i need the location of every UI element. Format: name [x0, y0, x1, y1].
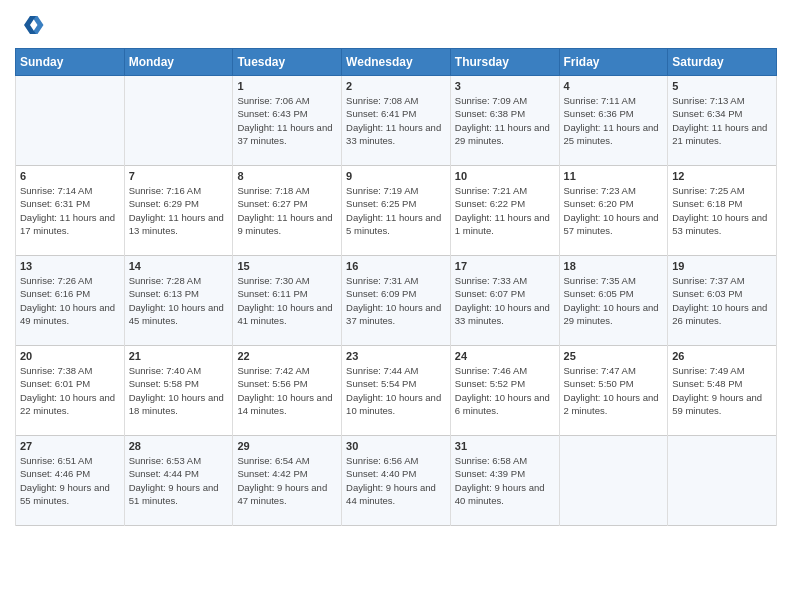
day-number: 26	[672, 350, 772, 362]
day-number: 28	[129, 440, 229, 452]
day-number: 21	[129, 350, 229, 362]
day-cell: 12Sunrise: 7:25 AMSunset: 6:18 PMDayligh…	[668, 166, 777, 256]
day-info: Sunrise: 7:08 AMSunset: 6:41 PMDaylight:…	[346, 94, 446, 147]
header-cell-tuesday: Tuesday	[233, 49, 342, 76]
day-info: Sunrise: 7:06 AMSunset: 6:43 PMDaylight:…	[237, 94, 337, 147]
day-cell: 30Sunrise: 6:56 AMSunset: 4:40 PMDayligh…	[342, 436, 451, 526]
day-cell: 7Sunrise: 7:16 AMSunset: 6:29 PMDaylight…	[124, 166, 233, 256]
header-cell-monday: Monday	[124, 49, 233, 76]
day-number: 16	[346, 260, 446, 272]
day-cell: 29Sunrise: 6:54 AMSunset: 4:42 PMDayligh…	[233, 436, 342, 526]
day-info: Sunrise: 6:53 AMSunset: 4:44 PMDaylight:…	[129, 454, 229, 507]
day-number: 17	[455, 260, 555, 272]
day-info: Sunrise: 7:40 AMSunset: 5:58 PMDaylight:…	[129, 364, 229, 417]
day-number: 20	[20, 350, 120, 362]
day-number: 31	[455, 440, 555, 452]
day-cell: 8Sunrise: 7:18 AMSunset: 6:27 PMDaylight…	[233, 166, 342, 256]
header-cell-saturday: Saturday	[668, 49, 777, 76]
day-cell: 25Sunrise: 7:47 AMSunset: 5:50 PMDayligh…	[559, 346, 668, 436]
calendar-header: SundayMondayTuesdayWednesdayThursdayFrid…	[16, 49, 777, 76]
week-row-4: 20Sunrise: 7:38 AMSunset: 6:01 PMDayligh…	[16, 346, 777, 436]
header-cell-thursday: Thursday	[450, 49, 559, 76]
logo	[15, 10, 47, 40]
day-info: Sunrise: 7:13 AMSunset: 6:34 PMDaylight:…	[672, 94, 772, 147]
day-number: 6	[20, 170, 120, 182]
day-info: Sunrise: 7:46 AMSunset: 5:52 PMDaylight:…	[455, 364, 555, 417]
day-cell: 2Sunrise: 7:08 AMSunset: 6:41 PMDaylight…	[342, 76, 451, 166]
day-cell: 23Sunrise: 7:44 AMSunset: 5:54 PMDayligh…	[342, 346, 451, 436]
day-number: 4	[564, 80, 664, 92]
day-number: 10	[455, 170, 555, 182]
day-info: Sunrise: 6:58 AMSunset: 4:39 PMDaylight:…	[455, 454, 555, 507]
day-info: Sunrise: 7:16 AMSunset: 6:29 PMDaylight:…	[129, 184, 229, 237]
day-info: Sunrise: 7:09 AMSunset: 6:38 PMDaylight:…	[455, 94, 555, 147]
day-number: 15	[237, 260, 337, 272]
day-info: Sunrise: 7:35 AMSunset: 6:05 PMDaylight:…	[564, 274, 664, 327]
day-info: Sunrise: 7:33 AMSunset: 6:07 PMDaylight:…	[455, 274, 555, 327]
day-info: Sunrise: 7:30 AMSunset: 6:11 PMDaylight:…	[237, 274, 337, 327]
day-cell: 18Sunrise: 7:35 AMSunset: 6:05 PMDayligh…	[559, 256, 668, 346]
day-cell	[124, 76, 233, 166]
week-row-3: 13Sunrise: 7:26 AMSunset: 6:16 PMDayligh…	[16, 256, 777, 346]
day-number: 11	[564, 170, 664, 182]
day-number: 9	[346, 170, 446, 182]
day-cell: 27Sunrise: 6:51 AMSunset: 4:46 PMDayligh…	[16, 436, 125, 526]
day-info: Sunrise: 6:51 AMSunset: 4:46 PMDaylight:…	[20, 454, 120, 507]
day-number: 7	[129, 170, 229, 182]
day-info: Sunrise: 6:54 AMSunset: 4:42 PMDaylight:…	[237, 454, 337, 507]
day-info: Sunrise: 7:14 AMSunset: 6:31 PMDaylight:…	[20, 184, 120, 237]
calendar-table: SundayMondayTuesdayWednesdayThursdayFrid…	[15, 48, 777, 526]
header-cell-wednesday: Wednesday	[342, 49, 451, 76]
day-cell	[16, 76, 125, 166]
day-cell: 5Sunrise: 7:13 AMSunset: 6:34 PMDaylight…	[668, 76, 777, 166]
day-info: Sunrise: 7:47 AMSunset: 5:50 PMDaylight:…	[564, 364, 664, 417]
day-info: Sunrise: 7:28 AMSunset: 6:13 PMDaylight:…	[129, 274, 229, 327]
day-number: 13	[20, 260, 120, 272]
day-number: 27	[20, 440, 120, 452]
day-number: 18	[564, 260, 664, 272]
day-cell: 24Sunrise: 7:46 AMSunset: 5:52 PMDayligh…	[450, 346, 559, 436]
day-number: 29	[237, 440, 337, 452]
day-cell: 26Sunrise: 7:49 AMSunset: 5:48 PMDayligh…	[668, 346, 777, 436]
day-cell: 10Sunrise: 7:21 AMSunset: 6:22 PMDayligh…	[450, 166, 559, 256]
day-cell	[559, 436, 668, 526]
day-number: 14	[129, 260, 229, 272]
day-cell: 19Sunrise: 7:37 AMSunset: 6:03 PMDayligh…	[668, 256, 777, 346]
day-cell: 21Sunrise: 7:40 AMSunset: 5:58 PMDayligh…	[124, 346, 233, 436]
day-cell: 9Sunrise: 7:19 AMSunset: 6:25 PMDaylight…	[342, 166, 451, 256]
day-info: Sunrise: 6:56 AMSunset: 4:40 PMDaylight:…	[346, 454, 446, 507]
day-number: 2	[346, 80, 446, 92]
day-number: 30	[346, 440, 446, 452]
week-row-5: 27Sunrise: 6:51 AMSunset: 4:46 PMDayligh…	[16, 436, 777, 526]
day-info: Sunrise: 7:19 AMSunset: 6:25 PMDaylight:…	[346, 184, 446, 237]
day-cell: 28Sunrise: 6:53 AMSunset: 4:44 PMDayligh…	[124, 436, 233, 526]
day-cell: 31Sunrise: 6:58 AMSunset: 4:39 PMDayligh…	[450, 436, 559, 526]
day-cell: 4Sunrise: 7:11 AMSunset: 6:36 PMDaylight…	[559, 76, 668, 166]
day-info: Sunrise: 7:18 AMSunset: 6:27 PMDaylight:…	[237, 184, 337, 237]
week-row-2: 6Sunrise: 7:14 AMSunset: 6:31 PMDaylight…	[16, 166, 777, 256]
day-number: 25	[564, 350, 664, 362]
day-cell: 3Sunrise: 7:09 AMSunset: 6:38 PMDaylight…	[450, 76, 559, 166]
day-info: Sunrise: 7:38 AMSunset: 6:01 PMDaylight:…	[20, 364, 120, 417]
week-row-1: 1Sunrise: 7:06 AMSunset: 6:43 PMDaylight…	[16, 76, 777, 166]
day-number: 12	[672, 170, 772, 182]
day-cell: 11Sunrise: 7:23 AMSunset: 6:20 PMDayligh…	[559, 166, 668, 256]
header-cell-sunday: Sunday	[16, 49, 125, 76]
day-info: Sunrise: 7:21 AMSunset: 6:22 PMDaylight:…	[455, 184, 555, 237]
day-number: 23	[346, 350, 446, 362]
day-number: 8	[237, 170, 337, 182]
day-number: 24	[455, 350, 555, 362]
day-cell: 15Sunrise: 7:30 AMSunset: 6:11 PMDayligh…	[233, 256, 342, 346]
day-cell: 14Sunrise: 7:28 AMSunset: 6:13 PMDayligh…	[124, 256, 233, 346]
page-header	[15, 10, 777, 40]
day-cell: 17Sunrise: 7:33 AMSunset: 6:07 PMDayligh…	[450, 256, 559, 346]
day-info: Sunrise: 7:26 AMSunset: 6:16 PMDaylight:…	[20, 274, 120, 327]
day-info: Sunrise: 7:49 AMSunset: 5:48 PMDaylight:…	[672, 364, 772, 417]
day-info: Sunrise: 7:11 AMSunset: 6:36 PMDaylight:…	[564, 94, 664, 147]
day-cell: 16Sunrise: 7:31 AMSunset: 6:09 PMDayligh…	[342, 256, 451, 346]
day-number: 19	[672, 260, 772, 272]
day-info: Sunrise: 7:31 AMSunset: 6:09 PMDaylight:…	[346, 274, 446, 327]
header-cell-friday: Friday	[559, 49, 668, 76]
day-info: Sunrise: 7:42 AMSunset: 5:56 PMDaylight:…	[237, 364, 337, 417]
day-cell: 13Sunrise: 7:26 AMSunset: 6:16 PMDayligh…	[16, 256, 125, 346]
